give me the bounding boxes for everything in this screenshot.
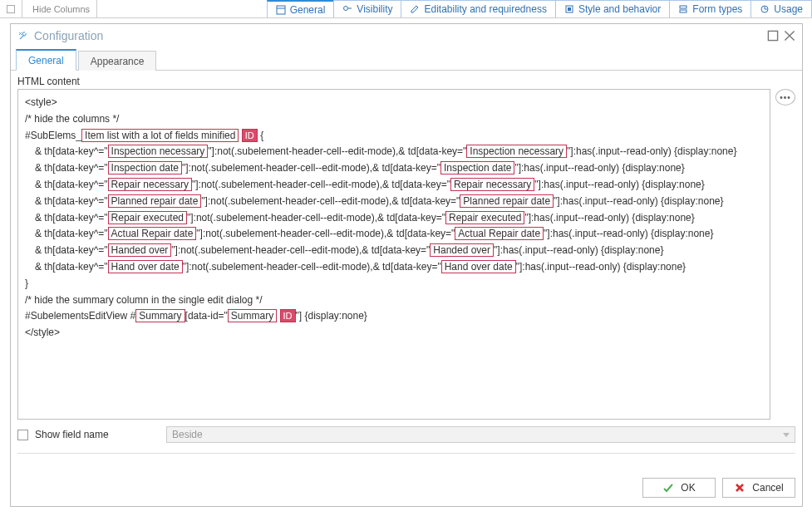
- svg-rect-8: [768, 31, 777, 40]
- dialog-footer: OK Cancel: [11, 469, 802, 506]
- show-field-name-checkbox[interactable]: [17, 430, 28, 440]
- code-line: /* hide the columns */: [25, 111, 763, 128]
- highlight: Handed over: [108, 243, 172, 257]
- tab-editability[interactable]: Editability and requiredness: [401, 0, 555, 17]
- highlight: Planned repair date: [460, 194, 554, 208]
- code-line: & th[data-key^="Hand over date"]:not(.su…: [25, 259, 763, 276]
- tab-label: General: [290, 4, 326, 16]
- more-options-button[interactable]: •••: [775, 89, 795, 106]
- highlight: Actual Repair date: [108, 227, 197, 240]
- ok-button[interactable]: OK: [642, 478, 716, 498]
- highlight: Inspection date: [108, 161, 182, 174]
- top-tabs: General Visibility Editability and requi…: [268, 0, 812, 17]
- maximize-button[interactable]: [767, 30, 779, 42]
- highlight: Planned repair date: [108, 194, 202, 208]
- svg-rect-4: [568, 7, 571, 11]
- svg-rect-6: [680, 10, 687, 12]
- code-line: /* hide the summary column in the single…: [25, 292, 763, 309]
- highlight: Summary: [135, 309, 185, 322]
- code-line: }: [25, 276, 763, 292]
- code-toggle-button[interactable]: [0, 0, 22, 17]
- chevron-down-icon: [783, 433, 790, 437]
- code-line: & th[data-key^="Actual Repair date"]:not…: [25, 226, 763, 243]
- edit-icon: [410, 4, 420, 14]
- form-icon: [678, 4, 688, 14]
- id-badge: ID: [280, 309, 296, 322]
- code-line: & th[data-key^="Repair executed"]:not(.s…: [25, 210, 763, 227]
- highlight: Repair necessary: [450, 178, 534, 191]
- dialog-title: Configuration: [34, 29, 103, 42]
- code-line: #SubElems_Item list with a lot of fields…: [25, 128, 763, 145]
- style-icon: [564, 4, 574, 14]
- check-icon: [662, 482, 674, 494]
- code-line: & th[data-key^="Handed over"]:not(.subel…: [25, 243, 763, 259]
- highlight: Summary: [228, 309, 277, 322]
- code-line: </style>: [25, 325, 763, 342]
- svg-rect-5: [680, 6, 687, 8]
- code-line: & th[data-key^="Repair necessary"]:not(.…: [25, 177, 763, 194]
- highlight: Handed over: [430, 243, 494, 257]
- window-icon: [276, 5, 286, 15]
- highlight: Hand over date: [441, 260, 516, 273]
- code-line: & th[data-key^="Inspection necessary"]:n…: [25, 144, 763, 160]
- highlight: Inspection necessary: [108, 145, 209, 158]
- html-content-textarea[interactable]: <style> /* hide the columns */ #SubElems…: [17, 89, 770, 420]
- id-badge: ID: [242, 129, 258, 142]
- code-line: & th[data-key^="Inspection date"]:not(.s…: [25, 160, 763, 177]
- highlight: Inspection necessary: [466, 145, 567, 158]
- ok-label: OK: [681, 482, 695, 494]
- tab-usage[interactable]: Usage: [750, 0, 812, 17]
- configuration-dialog: Configuration General Appearance HTML co…: [10, 23, 803, 507]
- highlight: Inspection date: [440, 161, 514, 174]
- dialog-tab-label: General: [28, 55, 64, 66]
- highlight: Repair necessary: [108, 178, 192, 191]
- position-combobox[interactable]: Beside: [166, 426, 795, 443]
- tab-label: Style and behavior: [578, 3, 661, 15]
- close-button[interactable]: [784, 30, 795, 42]
- tab-label: Editability and requiredness: [424, 3, 546, 15]
- dialog-tab-appearance[interactable]: Appearance: [78, 51, 157, 71]
- code-icon: [7, 5, 15, 13]
- svg-rect-0: [277, 6, 285, 14]
- divider: [17, 453, 795, 454]
- tab-label: Visibility: [357, 3, 392, 15]
- tab-general[interactable]: General: [267, 0, 335, 17]
- highlight: Hand over date: [108, 260, 183, 273]
- visibility-icon: [342, 4, 352, 14]
- code-line: <style>: [25, 95, 763, 111]
- tab-style[interactable]: Style and behavior: [555, 0, 670, 17]
- hide-columns-button[interactable]: Hide Columns: [26, 0, 97, 17]
- html-content-label: HTML content: [11, 71, 802, 89]
- cancel-button[interactable]: Cancel: [722, 478, 795, 498]
- tab-form-types[interactable]: Form types: [669, 0, 751, 17]
- hide-columns-label: Hide Columns: [32, 4, 90, 14]
- top-left-group: Hide Columns: [0, 0, 97, 17]
- combo-value: Beside: [172, 429, 203, 440]
- show-field-name-label: Show field name: [35, 429, 160, 440]
- tab-label: Usage: [774, 3, 803, 15]
- top-toolbar: Hide Columns General Visibility Editabil…: [0, 0, 812, 18]
- dialog-tabs: General Appearance: [11, 51, 802, 71]
- code-line: #SubelementsEditView #Summary[data-id="S…: [25, 308, 763, 325]
- show-field-name-row: Show field name Beside: [17, 426, 795, 443]
- usage-icon: [760, 4, 770, 14]
- dialog-header: Configuration: [11, 24, 802, 51]
- tab-visibility[interactable]: Visibility: [333, 0, 401, 17]
- code-line: & th[data-key^="Planned repair date"]:no…: [25, 194, 763, 210]
- highlight: Repair executed: [108, 211, 187, 224]
- wrench-icon: [17, 30, 29, 42]
- highlight: Item list with a lot of fields minified: [81, 129, 239, 142]
- dialog-tab-general[interactable]: General: [16, 49, 76, 71]
- cancel-label: Cancel: [752, 482, 783, 494]
- tab-label: Form types: [692, 3, 742, 15]
- dialog-tab-label: Appearance: [91, 56, 145, 67]
- highlight: Actual Repair date: [455, 227, 544, 240]
- svg-point-2: [344, 7, 348, 11]
- highlight: Repair executed: [445, 211, 524, 224]
- cancel-icon: [734, 482, 746, 494]
